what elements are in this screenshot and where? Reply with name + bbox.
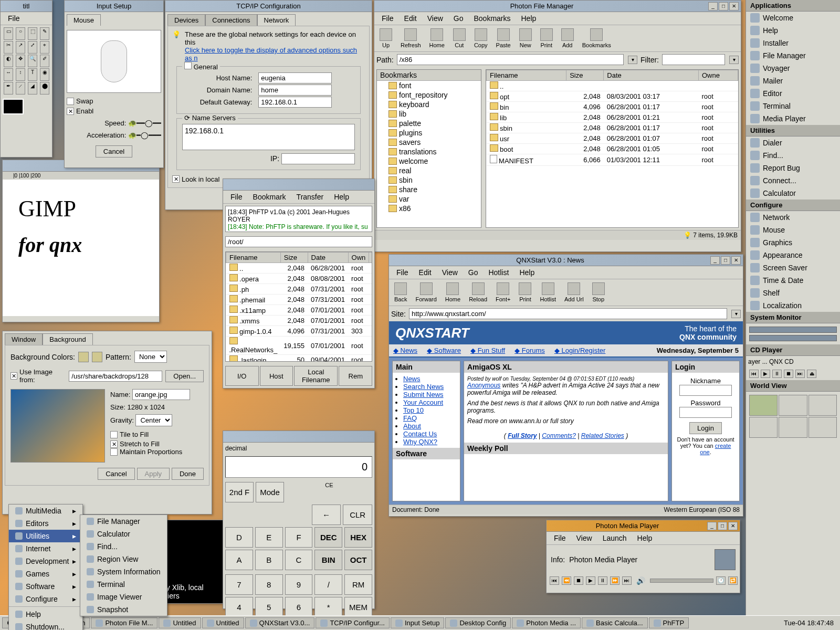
gimp-titlebar[interactable]: titl <box>1 1 52 12</box>
imgpath-input[interactable] <box>69 371 162 382</box>
main-link[interactable]: Top 10 <box>403 406 424 414</box>
calc-button[interactable]: C <box>285 550 313 570</box>
table-row[interactable]: .x11amp2,04807/01/2001rootroot <box>226 305 373 316</box>
gimp-tool-icon[interactable]: ◢ <box>28 82 37 94</box>
calc-button[interactable]: MEM <box>344 597 372 617</box>
gimp-tool-icon[interactable]: ✂ <box>4 41 13 54</box>
main-link[interactable]: Contact Us <box>403 430 437 438</box>
shelf-item[interactable]: Terminal <box>746 100 840 112</box>
enable-checkbox[interactable]: ✕Enabl <box>67 107 93 115</box>
seek-slider[interactable] <box>650 579 713 583</box>
media-play-icon[interactable]: ▶ <box>586 576 595 585</box>
table-row[interactable]: boot2,04806/28/2001 01:05root <box>487 144 738 154</box>
anon-link[interactable]: Anonymous <box>467 382 500 389</box>
main-link[interactable]: Why QNX? <box>403 438 437 446</box>
gimp-tool-icon[interactable]: ↔ <box>4 68 13 81</box>
tool-home[interactable]: Home <box>442 281 464 303</box>
menu-item[interactable]: Shutdown... <box>9 621 82 630</box>
media-repeat-icon[interactable]: 🔁 <box>728 576 738 585</box>
shelf-item[interactable]: File Manager <box>746 49 840 62</box>
shelf-item[interactable]: Media Player <box>746 112 840 125</box>
tree-item[interactable]: font <box>387 81 481 90</box>
phftp-button[interactable]: Rem <box>339 366 372 386</box>
calc-button[interactable]: D <box>225 527 253 548</box>
tab-connections[interactable]: Connections <box>205 14 257 26</box>
calc-button[interactable]: B <box>255 550 283 570</box>
menu-item[interactable]: Configure▸ <box>9 593 82 605</box>
submenu-item[interactable]: Terminal <box>80 578 167 591</box>
cd-stop-icon[interactable]: ⏹ <box>784 370 793 378</box>
tool-print[interactable]: Print <box>516 281 534 303</box>
cancel-button[interactable]: Cancel <box>96 145 132 158</box>
submenu-item[interactable]: Region View <box>80 553 167 565</box>
col-header[interactable]: Date <box>604 70 699 81</box>
main-link[interactable]: Search News <box>403 383 444 391</box>
related-link[interactable]: Related Stories <box>581 432 624 439</box>
submenu-item[interactable]: System Information <box>80 565 167 578</box>
calc-button[interactable]: E <box>255 527 283 548</box>
nav-link[interactable]: ◆ Fun Stuff <box>470 346 505 354</box>
path-input[interactable] <box>397 54 624 65</box>
gimp-tool-icon[interactable]: ◐ <box>4 55 13 67</box>
calc-button[interactable]: 7 <box>225 574 253 595</box>
calc-button[interactable]: DEC <box>314 527 342 548</box>
taskbar-item[interactable]: Untitled <box>159 617 201 628</box>
media-prev-icon[interactable]: ⏮ <box>550 576 559 585</box>
nickname-input[interactable] <box>679 385 732 396</box>
phftp-titlebar[interactable] <box>223 179 374 191</box>
gimp-tool-icon[interactable]: ↗ <box>16 41 25 54</box>
menu-go[interactable]: Go <box>463 267 484 278</box>
shelf-item[interactable]: Report Bug <box>746 162 840 174</box>
media-rew-icon[interactable]: ⏪ <box>562 576 571 585</box>
col-header[interactable]: Filename <box>487 70 566 81</box>
tool-hotlist[interactable]: Hotlist <box>537 281 559 303</box>
gimp-tool-icon[interactable]: ⟋ <box>16 82 25 94</box>
cd-play-icon[interactable]: ▶ <box>761 370 770 378</box>
filter-dropdown-icon[interactable]: ▾ <box>729 56 739 64</box>
tool-add-url[interactable]: Add Url <box>561 281 587 303</box>
menu-item[interactable]: Games▸ <box>9 568 82 580</box>
table-row[interactable]: .xmms2,04807/01/2001rootroot <box>226 316 373 326</box>
col-header[interactable]: Filename <box>226 253 281 263</box>
maximize-icon[interactable]: □ <box>718 522 727 530</box>
menu-view[interactable]: View <box>422 13 448 24</box>
tool-refresh[interactable]: Refresh <box>397 27 424 49</box>
tool-back[interactable]: Back <box>391 281 410 303</box>
col-header[interactable]: Date <box>308 253 348 263</box>
tool-bookmarks[interactable]: Bookmarks <box>579 27 614 49</box>
col-header[interactable]: Size <box>280 253 308 263</box>
media-pause-icon[interactable]: ⏸ <box>598 576 607 585</box>
submenu-item[interactable]: Image Viewer <box>80 591 167 603</box>
tree-item[interactable]: x86 <box>387 204 481 213</box>
gimp-tool-icon[interactable]: ⬚ <box>28 27 37 40</box>
domain-input[interactable] <box>258 85 332 96</box>
submenu-item[interactable]: Find... <box>80 540 167 553</box>
tree-item[interactable]: lib <box>387 109 481 119</box>
menu-view[interactable]: View <box>437 267 463 278</box>
hostname-input[interactable] <box>258 72 332 83</box>
tab-background[interactable]: Background <box>43 333 92 345</box>
menu-item[interactable]: MultiMedia▸ <box>9 505 82 517</box>
cd-eject-icon[interactable]: ⏏ <box>807 370 816 378</box>
menu-edit[interactable]: Edit <box>399 13 422 24</box>
main-link[interactable]: Your Account <box>403 398 443 406</box>
submenu-item[interactable]: File Manager <box>80 515 167 528</box>
shelf-item[interactable]: Connect... <box>746 174 840 187</box>
col-header[interactable]: Owne <box>699 70 738 81</box>
tile-checkbox[interactable]: Tile to Fill <box>110 430 149 438</box>
comments-link[interactable]: Comments? <box>542 432 576 439</box>
tool-font+[interactable]: Font+ <box>492 281 513 303</box>
tab-network[interactable]: Network <box>257 14 296 26</box>
calc-button[interactable]: 6 <box>285 597 313 617</box>
calc-clr-button[interactable]: CLR <box>343 505 372 525</box>
menu-launch[interactable]: Launch <box>597 533 632 543</box>
name-input[interactable] <box>132 389 190 400</box>
gateway-input[interactable] <box>258 97 332 108</box>
apply-button[interactable]: Apply <box>137 468 170 480</box>
calc-button[interactable]: 9 <box>285 574 313 595</box>
tab-mouse[interactable]: Mouse <box>67 14 101 26</box>
tool-home[interactable]: Home <box>426 27 448 49</box>
shelf-item[interactable]: Screen Saver <box>746 261 840 274</box>
calc-button[interactable]: HEX <box>344 527 372 548</box>
cd-prev-icon[interactable]: ⏮ <box>749 370 759 378</box>
